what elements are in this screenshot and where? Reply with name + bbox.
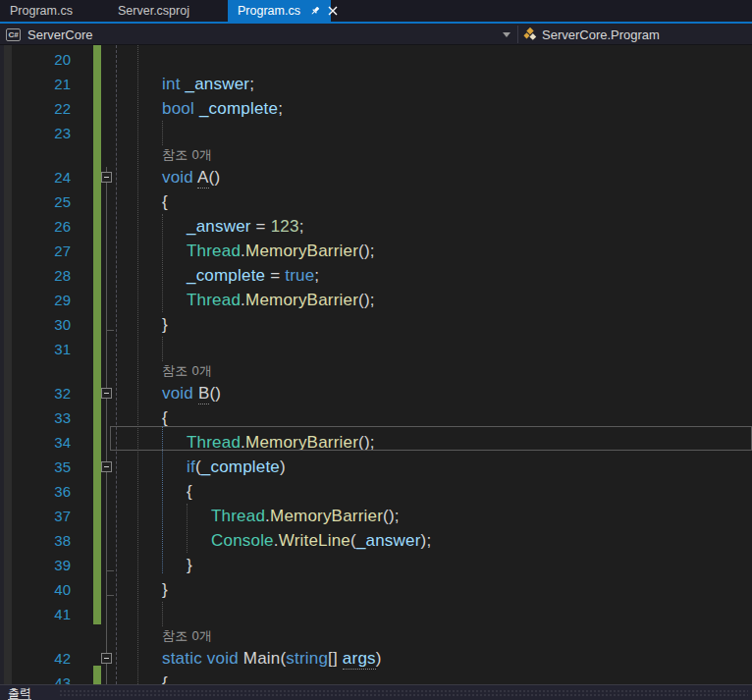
line-number: 38 (18, 528, 71, 553)
code-line: 35if(_complete) (0, 455, 752, 479)
code-line: 38Console.WriteLine(_answer); (0, 528, 752, 553)
indent-guide-member (162, 337, 163, 361)
tab-server-csproj[interactable]: Server.csproj (108, 0, 228, 22)
code-text: { (187, 479, 192, 504)
tab-label: Program.cs (238, 4, 300, 18)
line-number: 20 (18, 47, 71, 72)
codelens-row: 참조 0개 (0, 145, 752, 165)
line-number: 37 (18, 504, 71, 528)
navbar-separator (517, 26, 518, 43)
outlining-end-tick (106, 570, 114, 571)
code-text: if(_complete) (187, 455, 286, 479)
code-text: _answer = 123; (187, 214, 304, 239)
indent-guide-member (162, 121, 163, 145)
output-panel-header[interactable]: 출력 (0, 684, 752, 700)
fold-collapse-box[interactable] (101, 172, 112, 183)
indent-guide-if-body (187, 504, 188, 553)
code-text: void B() (162, 381, 221, 405)
line-number: 39 (18, 553, 71, 577)
line-number: 32 (18, 381, 71, 405)
code-line: 25{ (0, 189, 752, 214)
line-number: 27 (18, 239, 71, 263)
member-dropdown[interactable]: ServerCore.Program (523, 24, 660, 45)
line-number: 23 (18, 121, 71, 145)
tab-label: Program.cs (10, 4, 73, 18)
line-number: 28 (18, 263, 71, 288)
code-text: void A() (162, 165, 220, 189)
codelens-row: 참조 0개 (0, 361, 752, 381)
code-line: 22bool _complete; (0, 96, 752, 121)
code-line: 21int _answer; (0, 72, 752, 96)
line-number: 22 (18, 96, 71, 121)
indent-guide-member (162, 602, 163, 626)
codelens-references[interactable]: 참조 0개 (162, 361, 212, 381)
code-line: 26_answer = 123; (0, 214, 752, 239)
code-text: } (187, 553, 192, 577)
csharp-project-icon: C# (6, 28, 21, 41)
code-text: } (162, 312, 168, 337)
line-number: 40 (18, 577, 71, 602)
tab-program-cs-1[interactable]: Program.cs (0, 0, 108, 22)
code-text: int _answer; (162, 72, 254, 96)
chevron-down-icon[interactable] (503, 32, 510, 37)
code-line: 42static void Main(string[] args) (0, 646, 752, 671)
line-number: 29 (18, 288, 71, 312)
code-line: 28_complete = true; (0, 263, 752, 288)
code-editor[interactable]: 2021int _answer;22bool _complete;23참조 0개… (0, 45, 752, 684)
code-line: 23 (0, 121, 752, 145)
project-dropdown-label: ServerCore (27, 27, 92, 42)
line-number: 21 (18, 72, 71, 96)
code-line: 36{ (0, 479, 752, 504)
code-line: 24void A() (0, 165, 752, 189)
code-line: 37Thread.MemoryBarrier(); (0, 504, 752, 528)
class-icon (523, 27, 537, 41)
code-line: 43{ (0, 671, 752, 684)
line-number: 25 (18, 189, 71, 214)
code-line: 20 (0, 47, 752, 72)
project-dropdown[interactable]: C# ServerCore (6, 24, 92, 45)
code-line: 31 (0, 337, 752, 361)
line-number: 24 (18, 165, 71, 189)
code-text: Thread.MemoryBarrier(); (187, 239, 375, 263)
code-text: { (162, 671, 168, 684)
code-line: 29Thread.MemoryBarrier(); (0, 288, 752, 312)
tab-program-cs-active[interactable]: Program.cs (228, 0, 331, 22)
code-line: 30} (0, 312, 752, 337)
line-number: 26 (18, 214, 71, 239)
panel-grip-dots (59, 689, 748, 698)
pin-icon[interactable] (309, 5, 321, 17)
line-number: 41 (18, 602, 71, 626)
indent-guide-methodB-body-active (162, 426, 163, 573)
code-line: 32void B() (0, 381, 752, 405)
code-line: 40} (0, 577, 752, 602)
fold-collapse-box[interactable] (101, 388, 112, 399)
output-panel-title[interactable]: 출력 (8, 686, 31, 700)
codelens-references[interactable]: 참조 0개 (162, 626, 212, 646)
outlining-end-tick (106, 330, 114, 331)
tab-strip: Program.cs Server.csproj Program.cs (0, 0, 752, 22)
outlining-end-tick (106, 595, 114, 596)
line-number: 33 (18, 405, 71, 430)
line-number: 35 (18, 455, 71, 479)
close-icon[interactable] (328, 6, 338, 16)
code-text: bool _complete; (162, 96, 283, 121)
code-text: } (162, 577, 168, 602)
indent-guide-methodA-body (162, 214, 163, 312)
code-line: 27Thread.MemoryBarrier(); (0, 239, 752, 263)
code-text: Console.WriteLine(_answer); (211, 528, 431, 553)
line-number: 31 (18, 337, 71, 361)
fold-collapse-box[interactable] (101, 653, 112, 664)
navigation-bar: C# ServerCore ServerCore.Program (0, 24, 752, 45)
line-number: 30 (18, 312, 71, 337)
code-text: Thread.MemoryBarrier(); (187, 288, 375, 312)
code-line: 41 (0, 602, 752, 626)
code-text: static void Main(string[] args) (162, 646, 382, 671)
fold-collapse-box[interactable] (101, 461, 112, 472)
codelens-row: 참조 0개 (0, 626, 752, 646)
line-number: 43 (18, 671, 71, 684)
tab-label: Server.csproj (118, 4, 189, 18)
code-text: { (162, 189, 168, 214)
code-text: _complete = true; (187, 263, 319, 288)
codelens-references[interactable]: 참조 0개 (162, 145, 212, 165)
current-line-border (110, 426, 752, 451)
